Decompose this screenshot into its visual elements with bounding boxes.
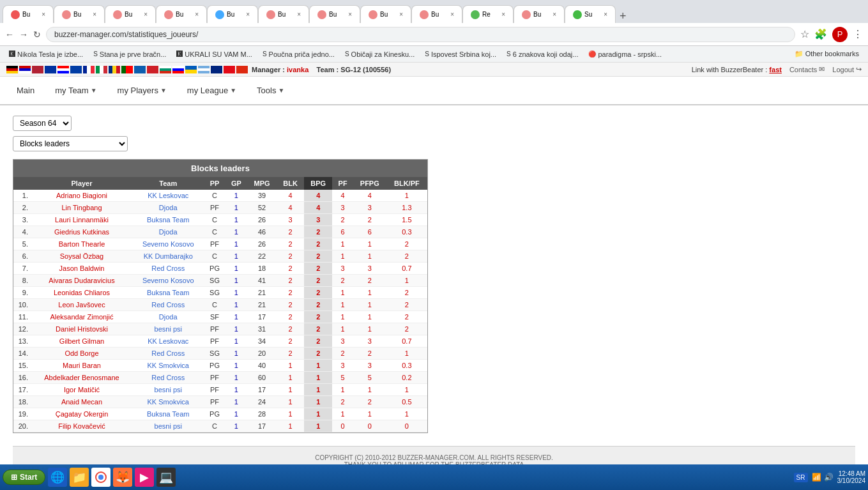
tab-8[interactable]: Bu × (360, 5, 411, 23)
other-bookmarks[interactable]: 📁 Other bookmarks (791, 48, 863, 60)
player-link[interactable]: Anaid Mecan (61, 398, 102, 406)
close-icon[interactable]: × (144, 11, 148, 18)
taskbar-chrome-icon[interactable] (91, 468, 110, 486)
player-link[interactable]: Barton Thearle (59, 240, 105, 248)
forward-button[interactable]: → (19, 29, 28, 40)
team-link[interactable]: Buksna Team (147, 216, 189, 224)
link-fast[interactable]: fast (769, 66, 782, 73)
team-link[interactable]: besni psi (155, 386, 182, 394)
tab-1[interactable]: Bu × (3, 5, 54, 23)
player-link[interactable]: Lauri Linnanmäki (55, 216, 109, 224)
close-icon[interactable]: × (552, 11, 556, 18)
account-icon[interactable]: P (832, 27, 848, 42)
bookmark-2[interactable]: S Stana je prve bračn... (89, 48, 170, 60)
close-icon[interactable]: × (450, 11, 454, 18)
team-link[interactable]: Buksna Team (147, 289, 189, 296)
taskbar-media-icon[interactable]: ▶ (135, 468, 154, 486)
player-link[interactable]: Lin Tingbang (62, 204, 102, 211)
player-link[interactable]: Giedrius Kutkinas (54, 228, 109, 236)
team-link[interactable]: Red Cross (151, 374, 185, 381)
back-button[interactable]: ← (5, 29, 14, 40)
team-link[interactable]: Djoda (159, 313, 178, 321)
player-link[interactable]: Daniel Hristovski (56, 325, 108, 333)
taskbar-ie-icon[interactable]: 🌐 (48, 468, 67, 486)
bookmark-6[interactable]: S Ispovest Srbina koj... (421, 48, 500, 60)
tab-10[interactable]: Re × (462, 5, 514, 23)
player-link[interactable]: Gilbert Gilman (59, 337, 104, 345)
player-link[interactable]: Odd Borge (65, 349, 98, 357)
close-icon[interactable]: × (195, 11, 199, 18)
team-link[interactable]: Djoda (159, 228, 178, 236)
team-link[interactable]: Djoda (159, 204, 178, 211)
team-link[interactable]: besni psi (155, 422, 182, 430)
team-link[interactable]: KK Smokvica (148, 398, 189, 406)
tab-7[interactable]: Bu × (309, 5, 360, 23)
taskbar-terminal-icon[interactable]: 💻 (156, 468, 176, 486)
team-link[interactable]: KK Dumbarajko (144, 252, 193, 260)
close-icon[interactable]: × (246, 11, 250, 18)
close-icon[interactable]: × (93, 11, 96, 18)
bookmark-1[interactable]: 🅺 Nikola Tesla je izbe... (5, 48, 87, 60)
contacts-button[interactable]: Contacts ✉ (789, 65, 825, 73)
refresh-button[interactable]: ↻ (33, 29, 41, 40)
player-link[interactable]: Abdelkader Benosmane (44, 374, 119, 381)
team-link[interactable]: besni psi (155, 325, 182, 333)
url-input[interactable]: buzzer-manager.com/statistiques_joueurs/ (46, 27, 795, 42)
network-icon: 📶 (812, 473, 821, 482)
player-link[interactable]: Igor Matičić (64, 386, 100, 394)
season-select[interactable]: Season 64 Season 63 Season 62 (13, 116, 72, 131)
player-link[interactable]: Leon Javšovec (58, 301, 105, 309)
stat-type-select[interactable]: Blocks leaders Points leaders Rebounds l… (13, 136, 128, 151)
player-link[interactable]: Aleksandar Zimonjić (50, 313, 113, 321)
nav-my-league[interactable]: my League ▼ (177, 80, 247, 100)
team-link[interactable]: Severno Kosovo (142, 240, 194, 248)
menu-icon[interactable]: ⋮ (853, 28, 863, 40)
team-link[interactable]: Buksna Team (147, 410, 189, 418)
logout-button[interactable]: Logout ↪ (832, 65, 862, 73)
team-link[interactable]: Severno Kosovo (142, 277, 194, 284)
tab-11[interactable]: Bu × (514, 5, 565, 23)
team-link[interactable]: KK Leskovac (148, 192, 188, 199)
tab-3[interactable]: Bu × (105, 5, 156, 23)
nav-my-team[interactable]: my Team ▼ (45, 80, 107, 100)
tab-active[interactable]: Bu × (207, 5, 258, 23)
tab-4[interactable]: Bu × (156, 5, 207, 23)
close-icon[interactable]: × (604, 11, 607, 18)
bookmark-4[interactable]: S Poučna priča jedno... (259, 48, 339, 60)
team-link[interactable]: KK Leskovac (148, 337, 188, 345)
close-icon[interactable]: × (501, 11, 505, 18)
player-link[interactable]: Mauri Baran (63, 362, 101, 369)
player-link[interactable]: Filip Kovačević (58, 422, 105, 430)
close-icon[interactable]: × (348, 11, 352, 18)
player-link[interactable]: Leonidas Chliaros (54, 289, 110, 296)
player-link[interactable]: Soysal Özbag (60, 252, 103, 260)
tab-12[interactable]: Su × (565, 5, 616, 23)
taskbar-folder-icon[interactable]: 📁 (70, 468, 89, 486)
player-link[interactable]: Adriano Biagioni (56, 192, 107, 199)
new-tab-button[interactable]: + (616, 10, 630, 23)
team-link[interactable]: Red Cross (151, 349, 185, 357)
team-link[interactable]: Red Cross (151, 264, 185, 272)
bookmark-icon[interactable]: ☆ (800, 28, 809, 40)
tab-2[interactable]: Bu × (54, 5, 105, 23)
close-icon[interactable]: × (297, 11, 301, 18)
close-icon[interactable]: × (399, 11, 403, 18)
player-link[interactable]: Çagatay Okergin (56, 410, 109, 418)
nav-main[interactable]: Main (6, 80, 45, 100)
bookmark-8[interactable]: 🔴 paradigma - srpski... (584, 48, 666, 60)
start-button[interactable]: ⊞ Start (3, 470, 45, 485)
nav-my-players[interactable]: my Players ▼ (107, 80, 177, 100)
extensions-icon[interactable]: 🧩 (814, 28, 827, 40)
nav-tools[interactable]: Tools ▼ (247, 80, 294, 100)
bookmark-3[interactable]: 🅺 UKRALI SU VAM M... (172, 48, 256, 60)
player-link[interactable]: Aivaras Dudaravicius (49, 277, 114, 284)
team-link[interactable]: KK Smokvica (148, 362, 189, 369)
taskbar-firefox-icon[interactable]: 🦊 (113, 468, 132, 486)
player-link[interactable]: Jason Baldwin (59, 264, 105, 272)
tab-9[interactable]: Bu × (411, 5, 462, 23)
close-icon[interactable]: × (42, 11, 45, 18)
bookmark-5[interactable]: S Običaji za Kinesku... (341, 48, 418, 60)
tab-6[interactable]: Bu × (258, 5, 309, 23)
bookmark-7[interactable]: S 6 znakova koji odaj... (503, 48, 582, 60)
team-link[interactable]: Red Cross (151, 301, 185, 309)
